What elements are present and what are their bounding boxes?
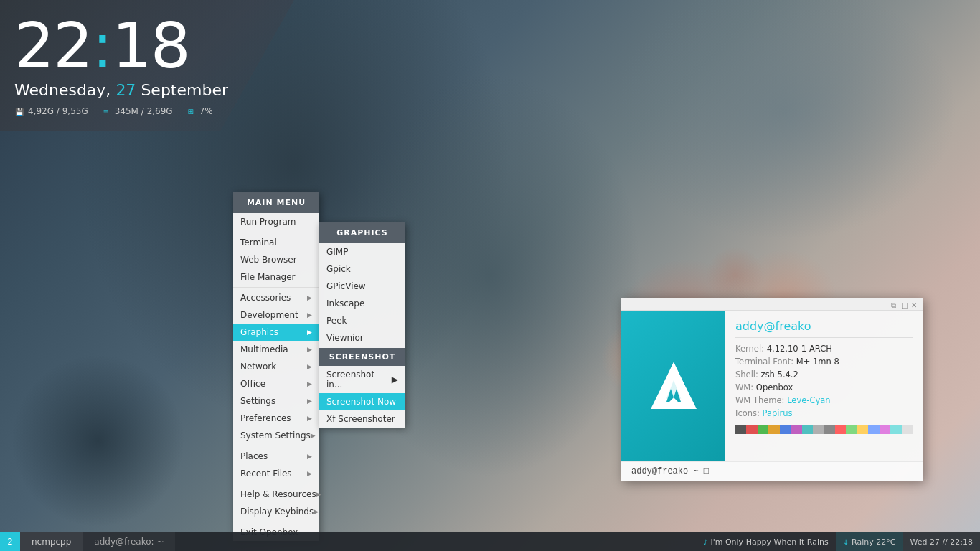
info-icons: Icons: Papirus	[735, 408, 913, 418]
submenu-item-peek[interactable]: Peek	[319, 312, 405, 329]
terminal-line: addy@freako ~ □	[621, 461, 923, 481]
submenu-item-gimp[interactable]: GIMP	[319, 243, 405, 260]
info-divider	[735, 337, 913, 338]
menu-item-preferences[interactable]: Preferences▶	[233, 410, 319, 427]
swatch-13	[868, 425, 879, 434]
main-menu: MAIN MENU Run Program Terminal Web Brows…	[233, 192, 319, 541]
menu-item-settings[interactable]: Settings▶	[233, 392, 319, 410]
swatch-10	[835, 425, 846, 434]
swatch-2	[746, 425, 757, 434]
arch-logo	[645, 357, 702, 415]
submenu-item-xf-screenshoter[interactable]: Xf Screenshoter	[319, 410, 405, 428]
swatch-7	[802, 425, 813, 434]
terminal-prompt: addy@freako ~ □	[631, 466, 709, 476]
ram-stat: ≡ 345M / 2,69G	[101, 106, 173, 116]
taskbar-weather: ↓ Rainy 22°C	[836, 532, 903, 551]
color-swatches	[735, 425, 913, 434]
disk-value: 4,92G / 9,55G	[28, 106, 88, 116]
taskbar: 2 ncmpcpp addy@freako: ~ ♪ I'm Only Happ…	[0, 532, 980, 551]
swatch-12	[857, 425, 868, 434]
disk-icon: 💾	[14, 106, 24, 116]
menu-item-keybinds[interactable]: Display Keybinds▶	[233, 503, 319, 520]
info-shell: Shell: zsh 5.4.2	[735, 369, 913, 380]
ram-value: 345M / 2,69G	[115, 106, 173, 116]
menu-item-web-browser[interactable]: Web Browser	[233, 251, 319, 268]
info-wm: WM: Openbox	[735, 382, 913, 392]
main-menu-title: MAIN MENU	[233, 192, 319, 213]
day-number: 27	[116, 81, 136, 99]
swatch-9	[824, 425, 835, 434]
swatch-1	[735, 425, 746, 434]
menu-item-help[interactable]: Help & Resources▶	[233, 486, 319, 503]
graphics-menu-title: GRAPHICS	[319, 222, 405, 243]
submenu-item-gpick[interactable]: Gpick	[319, 260, 405, 278]
taskbar-app-terminal[interactable]: addy@freako: ~	[83, 532, 175, 551]
swatch-11	[846, 425, 857, 434]
ram-icon: ≡	[101, 106, 111, 116]
swatch-3	[758, 425, 768, 434]
menu-item-multimedia[interactable]: Multimedia▶	[233, 341, 319, 358]
time-display: 22:18	[14, 14, 273, 77]
swatch-14	[880, 425, 890, 434]
menu-item-network[interactable]: Network▶	[233, 358, 319, 375]
swatch-6	[791, 425, 801, 434]
sysinfo-content: addy@freako Kernel: 4.12.10-1-ARCH Termi…	[621, 311, 923, 461]
info-kernel: Kernel: 4.12.10-1-ARCH	[735, 344, 913, 354]
submenu-item-gpicview[interactable]: GPicView	[319, 278, 405, 295]
music-icon: ♪	[703, 538, 707, 546]
menu-item-file-manager[interactable]: File Manager	[233, 268, 319, 286]
window-restore-button[interactable]: ⧉	[891, 301, 897, 307]
screenshot-section-title: SCREENSHOT	[319, 348, 405, 366]
datetime-text: Wed 27 // 22:18	[910, 537, 973, 547]
weather-icon: ↓	[843, 538, 849, 546]
submenu-item-inkscape[interactable]: Inkscape	[319, 295, 405, 312]
info-wm-theme: WM Theme: Leve-Cyan	[735, 395, 913, 405]
submenu-item-screenshot-in[interactable]: Screenshot in...▶	[319, 366, 405, 393]
cpu-value: 7%	[199, 106, 213, 116]
taskbar-workspace[interactable]: 2	[0, 532, 20, 551]
date-display: Wednesday, 27 September	[14, 81, 273, 99]
menu-item-development[interactable]: Development▶	[233, 306, 319, 324]
cpu-stat: ⊞ 7%	[186, 106, 213, 116]
submenu-item-viewnior[interactable]: Viewnior	[319, 329, 405, 347]
menu-item-run-program[interactable]: Run Program	[233, 213, 319, 230]
sysinfo-window: ⧉ □ ✕ addy@	[621, 298, 923, 481]
taskbar-datetime: Wed 27 // 22:18	[903, 532, 980, 551]
menu-item-recent-files[interactable]: Recent Files▶	[233, 465, 319, 482]
taskbar-right: ♪ I'm Only Happy When It Rains ↓ Rainy 2…	[696, 532, 980, 551]
menu-item-accessories[interactable]: Accessories▶	[233, 289, 319, 306]
weekday: Wednesday,	[14, 81, 110, 99]
menu-item-office[interactable]: Office▶	[233, 375, 319, 392]
menu-separator-2	[233, 287, 319, 288]
menu-item-terminal[interactable]: Terminal	[233, 234, 319, 251]
sysinfo-username: addy@freako	[735, 319, 913, 333]
swatch-16	[902, 425, 913, 434]
disk-stat: 💾 4,92G / 9,55G	[14, 106, 88, 116]
swatch-5	[780, 425, 791, 434]
taskbar-music: ♪ I'm Only Happy When It Rains	[696, 532, 836, 551]
sysinfo-titlebar: ⧉ □ ✕	[621, 298, 923, 311]
taskbar-app-ncmpcpp[interactable]: ncmpcpp	[20, 532, 83, 551]
menu-separator-5	[233, 522, 319, 522]
sysinfo-avatar	[621, 311, 725, 461]
window-maximize-button[interactable]: □	[901, 301, 907, 307]
hours: 22	[14, 9, 92, 83]
menu-separator-3	[233, 446, 319, 446]
sysinfo-details: addy@freako Kernel: 4.12.10-1-ARCH Termi…	[725, 311, 923, 461]
info-font: Terminal Font: M+ 1mn 8	[735, 357, 913, 367]
menu-item-system-settings[interactable]: System Settings▶	[233, 427, 319, 444]
menu-separator-1	[233, 232, 319, 232]
menu-separator-4	[233, 484, 319, 484]
swatch-15	[890, 425, 901, 434]
swatch-4	[768, 425, 779, 434]
now-playing: I'm Only Happy When It Rains	[710, 537, 828, 547]
graphics-submenu: GRAPHICS GIMP Gpick GPicView Inkscape Pe…	[319, 222, 405, 428]
month-name: September	[141, 81, 228, 99]
minutes: 18	[112, 9, 189, 83]
submenu-item-screenshot-now[interactable]: Screenshot Now	[319, 393, 405, 410]
menu-item-places[interactable]: Places▶	[233, 448, 319, 465]
cpu-icon: ⊞	[186, 106, 196, 116]
window-close-button[interactable]: ✕	[911, 301, 917, 307]
weather-text: Rainy 22°C	[852, 537, 895, 547]
menu-item-graphics[interactable]: Graphics▶	[233, 324, 319, 341]
